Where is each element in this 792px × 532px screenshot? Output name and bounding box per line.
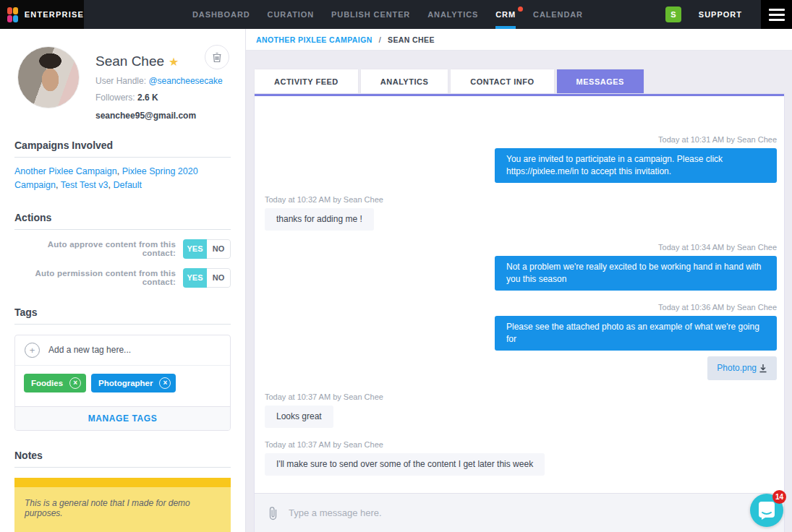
messages-panel: Today at 10:31 AM by Sean CheeYou are in… bbox=[255, 94, 784, 532]
brand[interactable]: ENTERPRISE bbox=[0, 0, 84, 29]
action-rows: Auto approve content from this contact:Y… bbox=[14, 239, 231, 288]
tab-analytics[interactable]: ANALYTICS bbox=[361, 69, 448, 94]
intercom-launcher[interactable]: 14 bbox=[750, 494, 783, 527]
campaign-links: Another Pixlee Campaign, Pixlee Spring 2… bbox=[14, 165, 231, 193]
tags-card: + Foodies×Photographer× MANAGE TAGS bbox=[14, 335, 231, 431]
followers-label: Followers: bbox=[95, 93, 135, 103]
support-link[interactable]: SUPPORT bbox=[699, 10, 742, 19]
chat-bubble-icon bbox=[758, 501, 775, 520]
breadcrumb-current: SEAN CHEE bbox=[388, 35, 435, 44]
message-composer bbox=[255, 493, 784, 532]
nav-item-analytics[interactable]: ANALYTICS bbox=[427, 0, 478, 29]
toggle-no-button[interactable]: NO bbox=[207, 268, 231, 288]
tab-contact-info[interactable]: CONTACT INFO bbox=[451, 69, 553, 94]
message-timestamp: Today at 10:34 AM by Sean Chee bbox=[658, 243, 777, 252]
toggle-no-button[interactable]: NO bbox=[207, 239, 231, 259]
message-bubble: I'll make sure to send over some of the … bbox=[265, 453, 545, 476]
manage-tags-button[interactable]: MANAGE TAGS bbox=[15, 406, 230, 430]
attachment-filename: Photo.png bbox=[717, 362, 757, 374]
remove-tag-icon[interactable]: × bbox=[69, 377, 81, 389]
message-group-4: Photo.png bbox=[265, 363, 777, 380]
attachment-bubble[interactable]: Photo.png bbox=[707, 356, 777, 380]
nav-item-curation[interactable]: CURATION bbox=[268, 0, 314, 29]
tag-label: Foodies bbox=[31, 379, 63, 387]
top-nav: ENTERPRISE DASHBOARDCURATIONPUBLISH CENT… bbox=[0, 0, 792, 29]
campaigns-section: Campaigns Involved Another Pixlee Campai… bbox=[14, 140, 231, 193]
sticky-note-text: This is a general note that I made for d… bbox=[14, 487, 231, 532]
message-group-6: Today at 10:37 AM by Sean CheeI'll make … bbox=[265, 440, 777, 476]
action-toggle-1: YESNO bbox=[183, 268, 231, 288]
nav-items: DASHBOARDCURATIONPUBLISH CENTERANALYTICS… bbox=[192, 0, 583, 29]
actions-section: Actions Auto approve content from this c… bbox=[14, 212, 231, 288]
add-tag-icon[interactable]: + bbox=[25, 343, 40, 358]
message-group-0: Today at 10:31 AM by Sean CheeYou are in… bbox=[265, 135, 777, 183]
toggle-yes-button[interactable]: YES bbox=[183, 268, 207, 288]
message-bubble: You are invited to participate in a camp… bbox=[495, 148, 777, 183]
avatar bbox=[17, 46, 80, 108]
main-area: ANOTHER PIXLEE CAMPAIGN / SEAN CHEE ACTI… bbox=[246, 29, 792, 532]
add-tag-input[interactable] bbox=[48, 345, 221, 355]
messages-list: Today at 10:31 AM by Sean CheeYou are in… bbox=[255, 96, 784, 493]
nav-right: S SUPPORT bbox=[665, 0, 792, 29]
nav-item-crm[interactable]: CRM bbox=[495, 0, 516, 29]
content: Sean Chee★ User Handle: @seancheesecake … bbox=[0, 29, 792, 532]
tag-chip-photographer[interactable]: Photographer× bbox=[91, 374, 176, 392]
paperclip-icon bbox=[268, 506, 278, 520]
message-group-1: Today at 10:32 AM by Sean Cheethanks for… bbox=[265, 195, 777, 231]
contact-email: seanchee95@gmail.com bbox=[95, 111, 223, 121]
sticky-note-header bbox=[14, 478, 231, 487]
hamburger-menu-icon[interactable] bbox=[761, 0, 792, 29]
contact-name-text: Sean Chee bbox=[95, 53, 164, 69]
tag-label: Photographer bbox=[98, 379, 153, 387]
message-group-2: Today at 10:34 AM by Sean CheeNot a prob… bbox=[265, 243, 777, 291]
tab-messages[interactable]: MESSAGES bbox=[557, 69, 644, 94]
message-bubble: thanks for adding me ! bbox=[265, 208, 374, 231]
tags-title: Tags bbox=[14, 306, 231, 325]
brand-name: ENTERPRISE bbox=[25, 10, 84, 19]
attach-file-button[interactable] bbox=[268, 506, 278, 520]
message-bubble: Looks great bbox=[265, 406, 333, 428]
handle-link[interactable]: @seancheesecake bbox=[148, 76, 222, 86]
action-label-0: Auto approve content from this contact: bbox=[14, 240, 176, 257]
campaign-link-default[interactable]: Default bbox=[113, 180, 142, 190]
message-timestamp: Today at 10:37 AM by Sean Chee bbox=[265, 440, 383, 449]
pixlee-logo-icon bbox=[7, 7, 18, 22]
message-group-5: Today at 10:37 AM by Sean CheeLooks grea… bbox=[265, 392, 777, 428]
profile-info: Sean Chee★ User Handle: @seancheesecake … bbox=[95, 46, 223, 121]
message-group-3: Today at 10:36 AM by Sean CheePlease see… bbox=[265, 303, 777, 351]
notes-title: Notes bbox=[14, 450, 231, 468]
followers-row: Followers: 2.6 K bbox=[95, 93, 223, 103]
campaign-link-another-pixlee-campaign[interactable]: Another Pixlee Campaign bbox=[14, 166, 117, 176]
tags-section: Tags + Foodies×Photographer× MANAGE TAGS bbox=[14, 306, 231, 431]
user-initial-badge[interactable]: S bbox=[665, 7, 681, 22]
nav-item-calendar[interactable]: CALENDAR bbox=[533, 0, 583, 29]
handle-row: User Handle: @seancheesecake bbox=[95, 76, 223, 86]
breadcrumb-separator: / bbox=[379, 35, 381, 44]
download-icon bbox=[759, 364, 767, 373]
action-toggle-0: YESNO bbox=[183, 239, 231, 259]
actions-title: Actions bbox=[14, 212, 231, 230]
tag-chip-foodies[interactable]: Foodies× bbox=[24, 374, 86, 392]
sticky-note: This is a general note that I made for d… bbox=[14, 478, 231, 532]
breadcrumb: ANOTHER PIXLEE CAMPAIGN / SEAN CHEE bbox=[246, 29, 792, 51]
campaign-link-test-test-v3[interactable]: Test Test v3 bbox=[61, 180, 108, 190]
nav-item-dashboard[interactable]: DASHBOARD bbox=[192, 0, 250, 29]
handle-label: User Handle: bbox=[95, 76, 146, 86]
action-label-1: Auto permission content from this contac… bbox=[14, 269, 176, 286]
intercom-unread-badge: 14 bbox=[772, 490, 786, 504]
remove-tag-icon[interactable]: × bbox=[159, 377, 171, 389]
notes-section: Notes This is a general note that I made… bbox=[14, 450, 231, 532]
nav-item-publish-center[interactable]: PUBLISH CENTER bbox=[331, 0, 410, 29]
message-bubble: Not a problem we're really excited to be… bbox=[495, 256, 777, 291]
tag-input-row: + bbox=[15, 335, 230, 366]
notification-dot bbox=[518, 7, 523, 12]
toggle-yes-button[interactable]: YES bbox=[183, 239, 207, 259]
breadcrumb-campaign-link[interactable]: ANOTHER PIXLEE CAMPAIGN bbox=[256, 35, 372, 44]
delete-contact-button[interactable] bbox=[205, 45, 229, 69]
tab-activity-feed[interactable]: ACTIVITY FEED bbox=[255, 69, 358, 94]
message-timestamp: Today at 10:37 AM by Sean Chee bbox=[265, 392, 383, 401]
message-timestamp: Today at 10:31 AM by Sean Chee bbox=[658, 135, 777, 144]
followers-value: 2.6 K bbox=[137, 93, 158, 103]
message-input[interactable] bbox=[289, 507, 746, 518]
action-row-1: Auto permission content from this contac… bbox=[14, 268, 231, 288]
